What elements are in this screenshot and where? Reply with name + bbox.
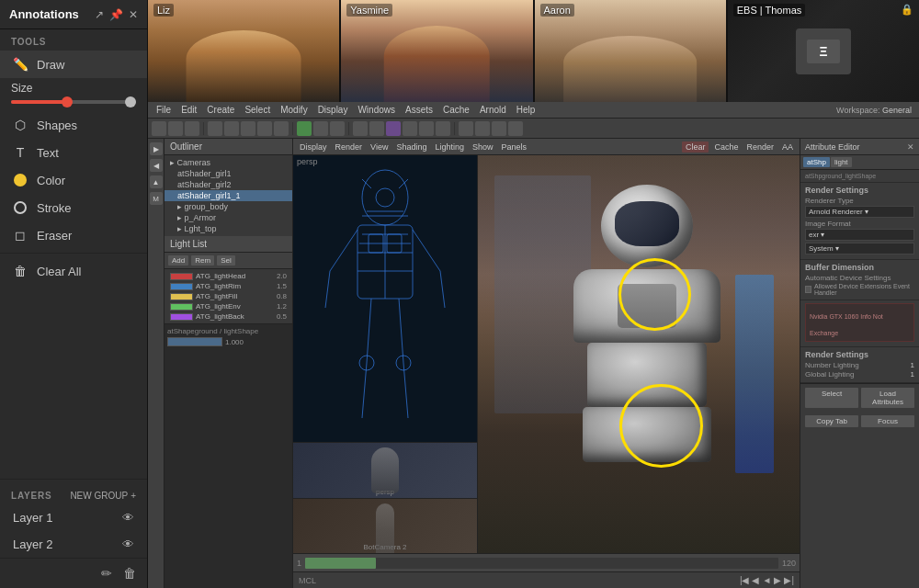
size-slider[interactable] xyxy=(11,100,136,104)
text-tool[interactable]: T Text xyxy=(0,139,147,166)
toolbar-btn-1[interactable] xyxy=(152,121,166,136)
quality-select[interactable]: System ▾ xyxy=(805,243,914,254)
new-group-button[interactable]: NEW GROUP + xyxy=(70,491,136,501)
pb-next[interactable]: ▶| xyxy=(784,575,794,585)
video-tile-liz[interactable]: Liz xyxy=(148,0,339,102)
light-item-1[interactable]: ATG_lightHead 2.0 xyxy=(165,271,292,281)
ll-btn-remove[interactable]: Rem xyxy=(191,255,214,266)
popout-icon[interactable]: ↗ xyxy=(95,8,104,21)
menu-modify[interactable]: Modify xyxy=(276,105,312,115)
pb-prev-key[interactable]: |◀ xyxy=(740,575,750,585)
nav-btn-2[interactable]: ◀ xyxy=(150,159,163,172)
pb-play[interactable]: ▶ xyxy=(774,575,781,585)
toolbar-btn-15[interactable] xyxy=(403,121,417,136)
vp-tb-render[interactable]: Render xyxy=(333,142,366,152)
vp-tb-display[interactable]: Display xyxy=(297,142,330,152)
toolbar-btn-5[interactable] xyxy=(224,121,239,136)
vp-tb-shading[interactable]: Shading xyxy=(393,142,429,152)
wireframe-viewport[interactable]: persp xyxy=(293,155,477,442)
toolbar-btn-14[interactable] xyxy=(386,121,401,136)
outliner-item-4[interactable]: ▸ group_body xyxy=(165,201,292,212)
renderer-select[interactable]: Arnold Renderer ▾ xyxy=(805,206,914,218)
layer-2-item[interactable]: Layer 2 👁 xyxy=(0,531,147,558)
layer-1-item[interactable]: Layer 1 👁 xyxy=(0,504,147,531)
menu-assets[interactable]: Assets xyxy=(401,105,437,115)
vp-tb-clear[interactable]: Clear xyxy=(682,141,709,153)
draw-tool[interactable]: ✏️ Draw xyxy=(0,51,147,78)
light-item-3[interactable]: ATG_lightFill 0.8 xyxy=(165,291,292,301)
attr-close-icon[interactable]: ✕ xyxy=(907,142,914,152)
video-tile-yasmine[interactable]: Yasmine xyxy=(341,0,532,102)
menu-edit[interactable]: Edit xyxy=(176,105,201,115)
toolbar-btn-10[interactable] xyxy=(313,121,328,136)
buffer-checkbox[interactable] xyxy=(805,286,811,293)
vp-tb-render-btn[interactable]: Render xyxy=(743,142,777,152)
toolbar-btn-7[interactable] xyxy=(257,121,272,136)
ll-btn-select[interactable]: Sel xyxy=(217,255,235,266)
vp-tb-aa[interactable]: AA xyxy=(779,142,796,152)
thumb-1[interactable]: persp xyxy=(293,443,477,498)
eraser-tool[interactable]: ◻ Eraser xyxy=(0,221,147,249)
menu-create[interactable]: Create xyxy=(202,105,239,115)
light-item-2[interactable]: ATG_lightRim 1.5 xyxy=(165,281,292,291)
clear-all-button[interactable]: 🗑 Clear All xyxy=(0,257,147,285)
format-select[interactable]: exr ▾ xyxy=(805,229,914,241)
edit-icon[interactable]: ✏ xyxy=(101,566,112,581)
vp-tb-show[interactable]: Show xyxy=(470,142,496,152)
layer-1-visibility-icon[interactable]: 👁 xyxy=(122,511,134,525)
video-tile-aaron[interactable]: Aaron xyxy=(535,0,726,102)
toolbar-btn-16[interactable] xyxy=(419,121,434,136)
menu-cache[interactable]: Cache xyxy=(438,105,474,115)
layer-2-visibility-icon[interactable]: 👁 xyxy=(122,537,134,551)
menu-display[interactable]: Display xyxy=(313,105,353,115)
toolbar-btn-11[interactable] xyxy=(330,121,345,136)
focus-btn[interactable]: Focus xyxy=(861,415,914,427)
outliner-item-2[interactable]: atShader_girl2 xyxy=(165,179,292,190)
menu-help[interactable]: Help xyxy=(512,105,540,115)
outliner-item-cameras[interactable]: ▸ Cameras xyxy=(165,157,292,168)
outliner-item-1[interactable]: atShader_girl1 xyxy=(165,168,292,179)
color-tool[interactable]: Color xyxy=(0,166,147,194)
ll-btn-add[interactable]: Add xyxy=(168,255,188,266)
menu-file[interactable]: File xyxy=(152,105,176,115)
toolbar-btn-6[interactable] xyxy=(241,121,255,136)
attr-tab-1[interactable]: atShp xyxy=(803,157,830,167)
nav-btn-4[interactable]: M xyxy=(150,192,163,205)
outliner-item-6[interactable]: ▸ Lght_top xyxy=(165,223,292,234)
attr-tab-2[interactable]: light xyxy=(831,157,852,167)
pin-icon[interactable]: 📌 xyxy=(109,8,123,21)
menu-select[interactable]: Select xyxy=(240,105,275,115)
menu-windows[interactable]: Windows xyxy=(353,105,400,115)
close-icon[interactable]: ✕ xyxy=(129,8,138,21)
copy-tab-btn[interactable]: Copy Tab xyxy=(805,415,858,427)
pb-prev[interactable]: ◀ xyxy=(752,575,759,585)
toolbar-btn-12[interactable] xyxy=(353,121,368,136)
video-tile-thomas[interactable]: Ξ EBS | Thomas 🔒 xyxy=(728,0,919,102)
nav-btn-1[interactable]: ▶ xyxy=(150,142,163,155)
toolbar-btn-2[interactable] xyxy=(168,121,183,136)
delete-icon[interactable]: 🗑 xyxy=(123,566,136,581)
main-render-viewport[interactable] xyxy=(478,155,800,553)
outliner-item-5[interactable]: ▸ p_Armor xyxy=(165,212,292,223)
toolbar-btn-17[interactable] xyxy=(436,121,450,136)
outliner-item-3[interactable]: atShader_girl1_1 xyxy=(165,190,292,201)
vp-tb-panels[interactable]: Panels xyxy=(498,142,529,152)
toolbar-btn-8[interactable] xyxy=(274,121,289,136)
toolbar-btn-9[interactable] xyxy=(297,121,312,136)
toolbar-btn-20[interactable] xyxy=(492,121,506,136)
vp-tb-lighting[interactable]: Lighting xyxy=(432,142,467,152)
thumb-2[interactable]: BotCamera 2 xyxy=(293,499,477,554)
light-item-5[interactable]: ATG_lightBack 0.5 xyxy=(165,311,292,322)
toolbar-btn-18[interactable] xyxy=(459,121,473,136)
toolbar-btn-19[interactable] xyxy=(475,121,490,136)
toolbar-btn-21[interactable] xyxy=(508,121,523,136)
toolbar-btn-4[interactable] xyxy=(208,121,222,136)
toolbar-btn-13[interactable] xyxy=(369,121,384,136)
shapes-tool[interactable]: ⬡ Shapes xyxy=(0,111,147,139)
pb-play-back[interactable]: ◄ xyxy=(762,575,771,585)
vp-tb-cache[interactable]: Cache xyxy=(711,142,741,152)
stroke-tool[interactable]: Stroke xyxy=(0,194,147,221)
menu-arnold[interactable]: Arnold xyxy=(475,105,511,115)
load-attr-btn[interactable]: Load Attributes xyxy=(861,388,914,408)
timeline-bar[interactable] xyxy=(305,558,778,569)
